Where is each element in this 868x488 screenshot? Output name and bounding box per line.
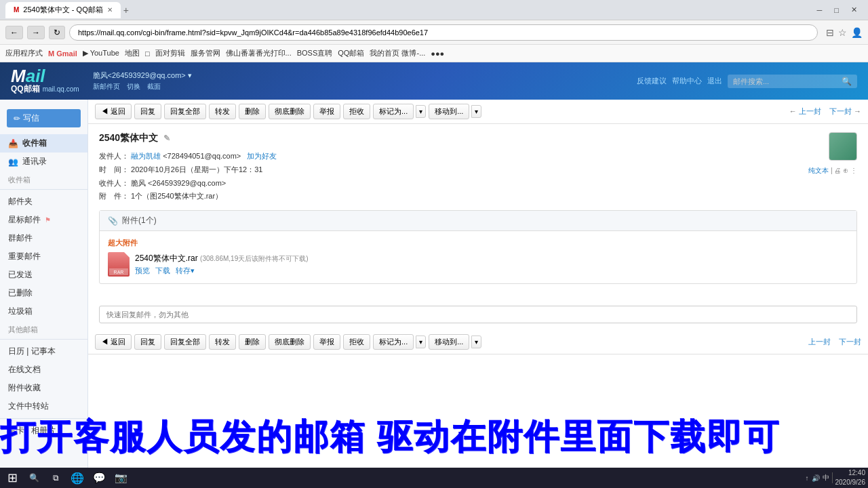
bottom-back-button[interactable]: ◀ 返回	[95, 334, 132, 350]
save-link[interactable]: 转存▾	[176, 266, 195, 276]
bottom-next-label[interactable]: 下一封	[839, 338, 861, 346]
banner-text: 打开客服人员发的邮箱 驱动在附件里面下载即可	[0, 417, 780, 456]
move-button[interactable]: 移动到...	[429, 104, 469, 119]
tab-title: 2540繁体中文 - QQ邮箱	[23, 5, 102, 15]
browser-nav: ← → ↻ ⊟ ☆ 👤	[0, 20, 868, 45]
bottom-delete-button[interactable]: 删除	[239, 334, 266, 350]
bookmark-5[interactable]: □	[145, 49, 150, 58]
bottom-reject-button[interactable]: 拒收	[343, 334, 370, 350]
browser-tab[interactable]: M 2540繁体中文 - QQ邮箱 ✕	[5, 2, 121, 18]
win-minimize-button[interactable]: ─	[812, 4, 828, 16]
bookmark-qqmail[interactable]: QQ邮箱	[338, 48, 364, 58]
mark-dropdown-button[interactable]: ▾	[416, 105, 426, 118]
sidebar-item-inbox[interactable]: 📥 收件箱	[0, 134, 87, 152]
bookmark-service[interactable]: 服务管网	[191, 48, 220, 58]
account-icon[interactable]: 👤	[851, 27, 863, 38]
header-link-newpage[interactable]: 新邮件页	[93, 82, 120, 92]
bottom-move-button[interactable]: 移动到...	[429, 334, 469, 350]
tab-close-icon[interactable]: ✕	[107, 6, 113, 14]
sender-name[interactable]: 融为凯雄	[131, 152, 161, 160]
bookmark-foshan[interactable]: 佛山番薯番光打印...	[226, 48, 292, 58]
bookmark-clip[interactable]: 面对剪辑	[155, 48, 185, 58]
taskbar-search-icon[interactable]: 🔍	[24, 470, 43, 485]
back-button[interactable]: ◀ 返回	[95, 104, 132, 119]
header-exit[interactable]: 退出	[707, 76, 722, 86]
mail-folder-label: 收件箱	[0, 171, 87, 186]
bottom-hard-delete-button[interactable]: 彻底删除	[269, 334, 311, 350]
star-badge: ⚑	[45, 216, 51, 224]
bottom-mark-button[interactable]: 标记为...	[373, 334, 414, 350]
delete-button[interactable]: 删除	[239, 104, 266, 119]
sidebar-item-sent[interactable]: 已发送	[0, 266, 87, 284]
report-button[interactable]: 举报	[313, 104, 340, 119]
prev-label[interactable]: 上一封	[799, 107, 821, 115]
header-feedback[interactable]: 反馈建议	[637, 76, 667, 86]
sidebar-item-group[interactable]: 群邮件	[0, 229, 87, 247]
taskbar-browser-icon[interactable]: 🌐	[68, 470, 87, 485]
next-label[interactable]: 下一封	[829, 107, 852, 115]
new-tab-button[interactable]: +	[123, 5, 129, 16]
search-input[interactable]	[733, 77, 842, 85]
sidebar-item-calendar[interactable]: 日历 | 记事本	[0, 342, 87, 361]
reply-button[interactable]: 回复	[134, 104, 161, 119]
taskbar-ime-icon[interactable]: 中	[823, 473, 829, 483]
win-maximize-button[interactable]: □	[829, 4, 844, 16]
sidebar-item-important[interactable]: 重要邮件	[0, 247, 87, 266]
sidebar-item-starred[interactable]: 星标邮件 ⚑	[0, 211, 87, 229]
mark-button[interactable]: 标记为...	[373, 104, 414, 119]
print-icon[interactable]: 🖨	[834, 167, 841, 174]
sidebar-item-contacts[interactable]: 👥 通讯录	[0, 152, 87, 171]
sidebar-item-mailfolder[interactable]: 邮件夹	[0, 192, 87, 211]
compose-button[interactable]: ✏ 写信	[7, 109, 81, 127]
bookmark-apps[interactable]: 应用程序式	[5, 48, 43, 58]
sidebar-item-attachcollect[interactable]: 附件收藏	[0, 379, 87, 397]
header-link-section[interactable]: 截面	[147, 82, 161, 92]
nav-forward-button[interactable]: →	[27, 26, 45, 39]
options-icon[interactable]: ⋮	[850, 167, 857, 174]
contacts-label: 通讯录	[22, 156, 47, 167]
compose-icon: ✏	[14, 114, 20, 123]
sidebar-item-deleted[interactable]: 已删除	[0, 284, 87, 302]
taskbar-multitask-icon[interactable]: ⧉	[46, 470, 65, 485]
hard-delete-button[interactable]: 彻底删除	[269, 104, 311, 119]
bottom-mark-dropdown[interactable]: ▾	[416, 336, 426, 348]
bookmark-boss[interactable]: BOSS直聘	[297, 48, 333, 58]
sent-label: 已发送	[8, 269, 33, 281]
taskbar-app-icon[interactable]: 📷	[111, 470, 130, 485]
expand-icon[interactable]: ⊕	[843, 167, 848, 174]
taskbar-volume-icon[interactable]: 🔊	[812, 474, 820, 482]
header-link-switch[interactable]: 切换	[127, 82, 140, 92]
taskbar-wechat-icon[interactable]: 💬	[90, 470, 108, 485]
add-friend-link[interactable]: 加为好友	[247, 152, 277, 160]
bottom-prev-label[interactable]: 上一封	[808, 338, 831, 346]
star-icon[interactable]: ☆	[838, 27, 847, 38]
bookmark-weibo[interactable]: 我的首页 微博-...	[370, 48, 425, 58]
move-dropdown-button[interactable]: ▾	[471, 105, 481, 118]
bookmark-youtube[interactable]: ▶ YouTube	[83, 49, 119, 58]
bottom-report-button[interactable]: 举报	[313, 334, 340, 350]
bottom-forward-button[interactable]: 转发	[209, 334, 236, 350]
preview-link[interactable]: 预览	[135, 266, 150, 276]
start-button[interactable]: ⊞	[3, 470, 22, 485]
sidebar-item-docs[interactable]: 在线文档	[0, 361, 87, 379]
bookmark-maps[interactable]: 地图	[125, 48, 140, 58]
forward-button[interactable]: 转发	[209, 104, 236, 119]
win-close-button[interactable]: ✕	[846, 4, 863, 16]
mail-header: M ail QQ邮箱 mail.qq.com 脆风<264593929@qq.c…	[0, 62, 868, 100]
reply-all-button[interactable]: 回复全部	[164, 104, 206, 119]
search-box[interactable]: 🔍	[728, 75, 857, 88]
download-link[interactable]: 下载	[155, 266, 170, 276]
bottom-reply-all-button[interactable]: 回复全部	[164, 334, 206, 350]
url-bar[interactable]	[69, 24, 818, 41]
reject-button[interactable]: 拒收	[343, 104, 370, 119]
nav-back-button[interactable]: ←	[5, 26, 23, 39]
bookmark-more[interactable]: ●●●	[431, 49, 444, 58]
bottom-reply-button[interactable]: 回复	[134, 334, 161, 350]
quick-reply-input[interactable]	[99, 306, 857, 323]
cast-icon[interactable]: ⊟	[826, 27, 834, 38]
nav-refresh-button[interactable]: ↻	[49, 26, 65, 39]
sidebar-item-spam[interactable]: 垃圾箱	[0, 302, 87, 321]
bookmark-gmail[interactable]: M Gmail	[48, 49, 77, 58]
bottom-move-dropdown[interactable]: ▾	[471, 336, 481, 348]
header-help[interactable]: 帮助中心	[672, 76, 702, 86]
